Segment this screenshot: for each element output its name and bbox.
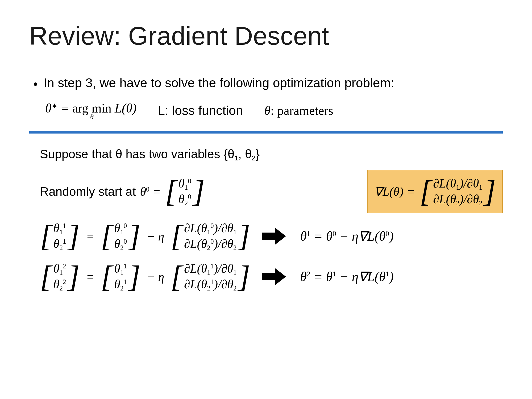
- grad1-vec: [ ∂L(θ11)/∂θ1 ∂L(θ21)/∂θ2 ]: [171, 259, 250, 294]
- divider-bar: [29, 131, 503, 134]
- argmin-top: arg min: [72, 102, 111, 114]
- loss-label: L: loss function: [158, 103, 243, 118]
- lhs-theta-star: θ∗ =: [45, 101, 72, 115]
- svg-marker-1: [262, 268, 286, 285]
- argmin-equation: θ∗ = arg min θ L(θ): [45, 101, 136, 120]
- suppose-part1: Suppose that θ has two variables {θ: [40, 147, 234, 161]
- suppose-text: Suppose that θ has two variables {θ1, θ2…: [29, 147, 503, 162]
- argmin-bottom: θ: [90, 114, 94, 120]
- sub-2: 2: [252, 154, 256, 161]
- theta2-vec-lhs: [ θ12 θ22 ]: [40, 259, 80, 294]
- eq-sign-2: =: [86, 270, 94, 284]
- arrow-icon: [262, 227, 286, 245]
- start-row: Randomly start at θ0 = [ θ10 θ20 ] ∇L(θ)…: [29, 170, 503, 213]
- step2-compact: θ2 = θ1 − η∇L(θ1): [300, 269, 394, 284]
- suppose-part3: }: [256, 147, 260, 161]
- theta0-vec-rhs: [ θ10 θ20 ]: [101, 219, 140, 254]
- argmin-operator: arg min θ: [72, 102, 111, 120]
- minus-eta-1: − η: [147, 229, 164, 243]
- sub-1: 1: [234, 154, 238, 161]
- suppose-part2: , θ: [238, 147, 252, 161]
- param-label: θ: parameters: [264, 103, 333, 118]
- optimization-row: θ∗ = arg min θ L(θ) L: loss function θ: …: [29, 101, 503, 120]
- step1-compact: θ1 = θ0 − η∇L(θ0): [300, 228, 394, 244]
- theta0-vector: [ θ10 θ20 ]: [165, 174, 205, 209]
- bullet-icon: •: [33, 76, 38, 93]
- svg-marker-0: [262, 228, 286, 245]
- theta1-vec-rhs: [ θ11 θ21 ]: [101, 259, 140, 294]
- eq-sign-1: =: [86, 229, 94, 243]
- theta1-vec-lhs: [ θ11 θ21 ]: [40, 219, 80, 254]
- grad-lhs: ∇L(θ) =: [374, 184, 415, 199]
- slide-container: Review: Gradient Descent • In step 3, we…: [0, 0, 532, 399]
- bullet-text: In step 3, we have to solve the followin…: [44, 74, 394, 92]
- bullet-item: • In step 3, we have to solve the follow…: [29, 74, 503, 93]
- arrow-icon: [262, 268, 286, 285]
- update-step-2: [ θ12 θ22 ] = [ θ11 θ21 ] − η [ ∂L(θ11)/…: [29, 259, 503, 294]
- random-start-label: Randomly start at: [40, 184, 136, 199]
- grad0-vec: [ ∂L(θ10)/∂θ1 ∂L(θ20)/∂θ2 ]: [171, 219, 250, 254]
- grad-vector: [ ∂L(θ1)/∂θ1 ∂L(θ2)/∂θ2 ]: [419, 174, 496, 209]
- gradient-definition-box: ∇L(θ) = [ ∂L(θ1)/∂θ1 ∂L(θ2)/∂θ2 ]: [367, 170, 503, 213]
- loss-fn: L(θ): [115, 101, 136, 115]
- minus-eta-2: − η: [147, 270, 164, 284]
- page-title: Review: Gradient Descent: [29, 21, 503, 51]
- update-step-1: [ θ11 θ21 ] = [ θ10 θ20 ] − η [ ∂L(θ10)/…: [29, 219, 503, 254]
- theta0-lhs: θ0 =: [140, 185, 161, 199]
- random-start-text: Randomly start at θ0 = [ θ10 θ20 ]: [40, 174, 205, 209]
